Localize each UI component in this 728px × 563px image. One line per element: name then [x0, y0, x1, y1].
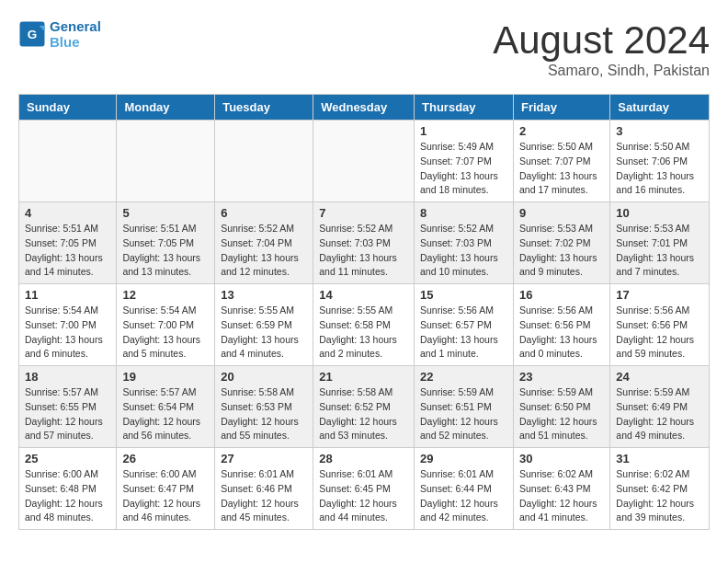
calendar-week-1: 4Sunrise: 5:51 AMSunset: 7:05 PMDaylight…: [19, 202, 710, 284]
day-info: Sunrise: 5:53 AMSunset: 7:01 PMDaylight:…: [616, 222, 703, 280]
weekday-header-tuesday: Tuesday: [215, 95, 313, 121]
calendar-week-3: 18Sunrise: 5:57 AMSunset: 6:55 PMDayligh…: [19, 366, 710, 448]
day-info: Sunrise: 5:54 AMSunset: 7:00 PMDaylight:…: [25, 304, 110, 362]
day-number: 13: [221, 288, 307, 302]
day-info: Sunrise: 5:50 AMSunset: 7:07 PMDaylight:…: [519, 140, 604, 198]
day-number: 19: [122, 370, 209, 384]
day-number: 27: [221, 452, 307, 465]
day-info: Sunrise: 5:58 AMSunset: 6:52 PMDaylight:…: [319, 385, 408, 443]
day-info: Sunrise: 5:56 AMSunset: 6:57 PMDaylight:…: [420, 304, 507, 362]
day-info: Sunrise: 5:56 AMSunset: 6:56 PMDaylight:…: [616, 304, 703, 362]
calendar-cell: 4Sunrise: 5:51 AMSunset: 7:05 PMDaylight…: [19, 202, 117, 284]
day-info: Sunrise: 5:59 AMSunset: 6:50 PMDaylight:…: [519, 385, 604, 443]
calendar-cell: 10Sunrise: 5:53 AMSunset: 7:01 PMDayligh…: [610, 202, 710, 284]
day-info: Sunrise: 5:52 AMSunset: 7:04 PMDaylight:…: [221, 222, 307, 280]
calendar-cell: 28Sunrise: 6:01 AMSunset: 6:45 PMDayligh…: [313, 448, 415, 530]
day-info: Sunrise: 6:00 AMSunset: 6:47 PMDaylight:…: [122, 467, 209, 525]
day-number: 10: [616, 206, 703, 220]
day-info: Sunrise: 5:51 AMSunset: 7:05 PMDaylight:…: [122, 222, 209, 280]
calendar-week-0: 1Sunrise: 5:49 AMSunset: 7:07 PMDaylight…: [19, 121, 710, 202]
day-number: 22: [420, 370, 507, 384]
day-info: Sunrise: 5:50 AMSunset: 7:06 PMDaylight:…: [616, 140, 703, 198]
day-info: Sunrise: 6:01 AMSunset: 6:46 PMDaylight:…: [221, 467, 307, 525]
calendar-cell: 31Sunrise: 6:02 AMSunset: 6:42 PMDayligh…: [610, 448, 710, 530]
title-area: August 2024 Samaro, Sindh, Pakistan: [493, 18, 710, 79]
day-info: Sunrise: 6:01 AMSunset: 6:45 PMDaylight:…: [319, 467, 408, 525]
calendar-header-row: SundayMondayTuesdayWednesdayThursdayFrid…: [19, 95, 710, 121]
weekday-header-friday: Friday: [513, 95, 609, 121]
day-number: 31: [616, 452, 703, 465]
day-info: Sunrise: 5:58 AMSunset: 6:53 PMDaylight:…: [221, 385, 307, 443]
weekday-header-sunday: Sunday: [19, 95, 117, 121]
day-info: Sunrise: 5:52 AMSunset: 7:03 PMDaylight:…: [420, 222, 507, 280]
day-info: Sunrise: 5:54 AMSunset: 7:00 PMDaylight:…: [122, 304, 209, 362]
calendar-cell: 5Sunrise: 5:51 AMSunset: 7:05 PMDaylight…: [117, 202, 215, 284]
calendar-cell: 21Sunrise: 5:58 AMSunset: 6:52 PMDayligh…: [313, 366, 415, 448]
day-number: 16: [519, 288, 604, 302]
calendar-cell: 23Sunrise: 5:59 AMSunset: 6:50 PMDayligh…: [513, 366, 609, 448]
day-number: 4: [25, 206, 110, 220]
day-info: Sunrise: 6:02 AMSunset: 6:43 PMDaylight:…: [519, 467, 604, 525]
day-number: 23: [519, 370, 604, 384]
day-number: 17: [616, 288, 703, 302]
header: G General Blue August 2024 Samaro, Sindh…: [18, 18, 710, 79]
logo-icon: G: [18, 20, 46, 48]
calendar-cell: 6Sunrise: 5:52 AMSunset: 7:04 PMDaylight…: [215, 202, 313, 284]
calendar-cell: 14Sunrise: 5:55 AMSunset: 6:58 PMDayligh…: [313, 284, 415, 366]
calendar-cell: 15Sunrise: 5:56 AMSunset: 6:57 PMDayligh…: [415, 284, 514, 366]
day-info: Sunrise: 5:51 AMSunset: 7:05 PMDaylight:…: [25, 222, 110, 280]
logo-general: General: [50, 18, 101, 34]
day-number: 28: [319, 452, 408, 465]
day-number: 2: [519, 124, 604, 138]
weekday-header-thursday: Thursday: [415, 95, 514, 121]
day-info: Sunrise: 6:00 AMSunset: 6:48 PMDaylight:…: [25, 467, 110, 525]
day-number: 15: [420, 288, 507, 302]
day-number: 7: [319, 206, 408, 220]
calendar-cell: 8Sunrise: 5:52 AMSunset: 7:03 PMDaylight…: [415, 202, 514, 284]
calendar-cell: 27Sunrise: 6:01 AMSunset: 6:46 PMDayligh…: [215, 448, 313, 530]
calendar-cell: 20Sunrise: 5:58 AMSunset: 6:53 PMDayligh…: [215, 366, 313, 448]
calendar-week-2: 11Sunrise: 5:54 AMSunset: 7:00 PMDayligh…: [19, 284, 710, 366]
day-info: Sunrise: 5:57 AMSunset: 6:54 PMDaylight:…: [122, 385, 209, 443]
svg-text:G: G: [28, 28, 38, 41]
calendar-cell: 30Sunrise: 6:02 AMSunset: 6:43 PMDayligh…: [513, 448, 609, 530]
day-number: 5: [122, 206, 209, 220]
day-number: 21: [319, 370, 408, 384]
day-info: Sunrise: 5:49 AMSunset: 7:07 PMDaylight:…: [420, 140, 507, 198]
day-number: 8: [420, 206, 507, 220]
calendar-week-4: 25Sunrise: 6:00 AMSunset: 6:48 PMDayligh…: [19, 448, 710, 530]
calendar-cell: 13Sunrise: 5:55 AMSunset: 6:59 PMDayligh…: [215, 284, 313, 366]
weekday-header-monday: Monday: [117, 95, 215, 121]
logo: G General Blue: [18, 18, 101, 50]
calendar-cell: [313, 121, 415, 202]
calendar-cell: 19Sunrise: 5:57 AMSunset: 6:54 PMDayligh…: [117, 366, 215, 448]
day-number: 18: [25, 370, 110, 384]
day-number: 30: [519, 452, 604, 465]
calendar-cell: [19, 121, 117, 202]
calendar-cell: 3Sunrise: 5:50 AMSunset: 7:06 PMDaylight…: [610, 121, 710, 202]
day-number: 24: [616, 370, 703, 384]
day-number: 26: [122, 452, 209, 465]
day-info: Sunrise: 6:01 AMSunset: 6:44 PMDaylight:…: [420, 467, 507, 525]
day-number: 3: [616, 124, 703, 138]
calendar-cell: 18Sunrise: 5:57 AMSunset: 6:55 PMDayligh…: [19, 366, 117, 448]
weekday-header-saturday: Saturday: [610, 95, 710, 121]
weekday-header-wednesday: Wednesday: [313, 95, 415, 121]
day-number: 12: [122, 288, 209, 302]
calendar-cell: 16Sunrise: 5:56 AMSunset: 6:56 PMDayligh…: [513, 284, 609, 366]
day-info: Sunrise: 5:53 AMSunset: 7:02 PMDaylight:…: [519, 222, 604, 280]
day-info: Sunrise: 5:56 AMSunset: 6:56 PMDaylight:…: [519, 304, 604, 362]
calendar-cell: 2Sunrise: 5:50 AMSunset: 7:07 PMDaylight…: [513, 121, 609, 202]
calendar-cell: 26Sunrise: 6:00 AMSunset: 6:47 PMDayligh…: [117, 448, 215, 530]
logo-blue: Blue: [50, 34, 101, 50]
calendar-cell: 17Sunrise: 5:56 AMSunset: 6:56 PMDayligh…: [610, 284, 710, 366]
calendar-cell: 29Sunrise: 6:01 AMSunset: 6:44 PMDayligh…: [415, 448, 514, 530]
calendar-cell: 7Sunrise: 5:52 AMSunset: 7:03 PMDaylight…: [313, 202, 415, 284]
day-number: 9: [519, 206, 604, 220]
calendar-cell: 24Sunrise: 5:59 AMSunset: 6:49 PMDayligh…: [610, 366, 710, 448]
day-info: Sunrise: 6:02 AMSunset: 6:42 PMDaylight:…: [616, 467, 703, 525]
calendar-cell: 1Sunrise: 5:49 AMSunset: 7:07 PMDaylight…: [415, 121, 514, 202]
location: Samaro, Sindh, Pakistan: [493, 63, 710, 79]
day-info: Sunrise: 5:55 AMSunset: 6:59 PMDaylight:…: [221, 304, 307, 362]
day-info: Sunrise: 5:52 AMSunset: 7:03 PMDaylight:…: [319, 222, 408, 280]
